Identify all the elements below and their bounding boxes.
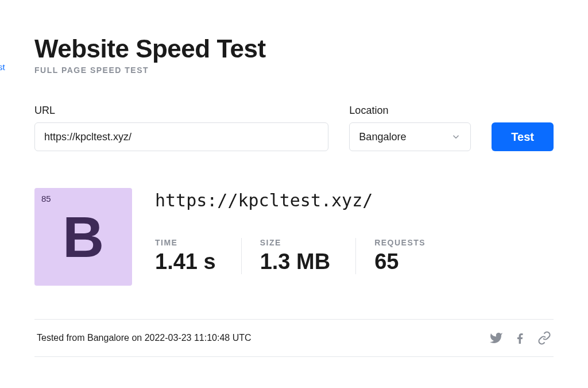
metric-time-label: TIME	[155, 238, 216, 247]
url-label: URL	[34, 105, 328, 117]
metric-requests: REQUESTS 65	[355, 238, 451, 274]
clipped-nav-link[interactable]: st	[0, 62, 5, 72]
grade-box: 85 B	[34, 188, 132, 286]
page-title: Website Speed Test	[34, 34, 554, 63]
facebook-icon[interactable]	[513, 331, 527, 345]
tested-from-text: Tested from Bangalore on 2022-03-23 11:1…	[37, 333, 252, 343]
location-field-group: Location Bangalore	[349, 105, 471, 151]
main-container: Website Speed Test FULL PAGE SPEED TEST …	[0, 0, 588, 357]
result-section: 85 B https://kpcltest.xyz/ TIME 1.41 s S…	[34, 188, 554, 286]
share-icons	[489, 331, 551, 345]
footer-bar: Tested from Bangalore on 2022-03-23 11:1…	[34, 319, 554, 357]
test-button[interactable]: Test	[492, 122, 554, 151]
metric-size: SIZE 1.3 MB	[241, 238, 355, 274]
location-selected-value: Bangalore	[359, 131, 406, 143]
metric-requests-value: 65	[374, 249, 425, 274]
location-select[interactable]: Bangalore	[349, 122, 471, 151]
chevron-down-icon	[451, 132, 461, 142]
metric-time-value: 1.41 s	[155, 249, 216, 274]
url-input[interactable]	[34, 122, 328, 151]
twitter-icon[interactable]	[489, 331, 503, 345]
metric-size-value: 1.3 MB	[260, 249, 330, 274]
page-subtitle: FULL PAGE SPEED TEST	[34, 66, 554, 75]
result-main: https://kpcltest.xyz/ TIME 1.41 s SIZE 1…	[155, 188, 554, 274]
test-form: URL Location Bangalore Test	[34, 105, 554, 151]
location-label: Location	[349, 105, 471, 117]
metric-size-label: SIZE	[260, 238, 330, 247]
grade-score: 85	[41, 194, 51, 203]
grade-letter: B	[63, 208, 104, 266]
metric-requests-label: REQUESTS	[374, 238, 425, 247]
metrics-row: TIME 1.41 s SIZE 1.3 MB REQUESTS 65	[155, 238, 554, 274]
metric-time: TIME 1.41 s	[155, 238, 241, 274]
link-icon[interactable]	[537, 331, 551, 345]
url-field-group: URL	[34, 105, 328, 151]
tested-url: https://kpcltest.xyz/	[155, 190, 554, 210]
